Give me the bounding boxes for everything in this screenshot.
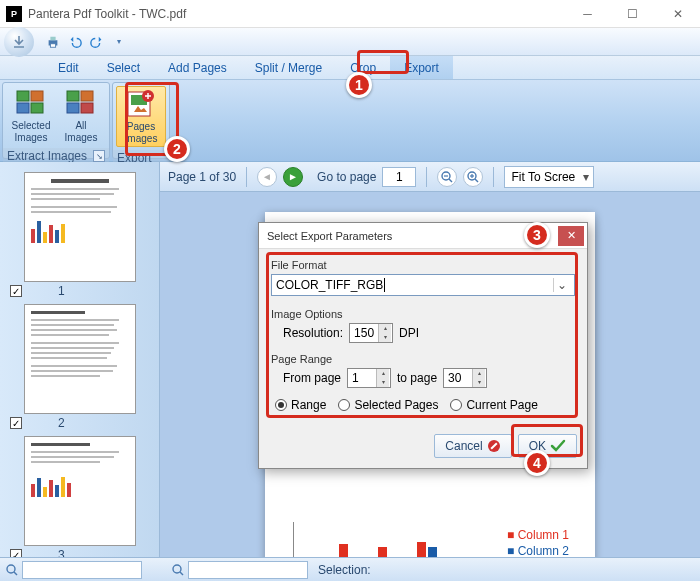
zoom-out-button[interactable]: [437, 167, 457, 187]
search-icon: [6, 564, 18, 576]
qat-dropdown[interactable]: ▾: [109, 32, 129, 52]
dialog-title: Select Export Parameters: [267, 230, 558, 242]
thumbnail-number: 1: [58, 284, 65, 298]
prev-page-button[interactable]: ◄: [257, 167, 277, 187]
pages-images-label: Pages Images: [125, 121, 158, 144]
thumbnail-search-input[interactable]: [22, 561, 142, 579]
thumbnail-pane[interactable]: ✓ 1 ✓ 2 ✓ 3: [0, 162, 160, 557]
cancel-button[interactable]: Cancel: [434, 434, 511, 458]
print-button[interactable]: [43, 32, 63, 52]
app-menu-button[interactable]: [4, 27, 34, 57]
svg-rect-3: [17, 91, 29, 101]
pages-images-icon: [125, 89, 157, 119]
redo-button[interactable]: [87, 32, 107, 52]
cancel-icon: [487, 439, 501, 453]
thumbnail-checkbox[interactable]: ✓: [10, 285, 22, 297]
thumbnail-2[interactable]: ✓ 2: [6, 304, 144, 430]
radio-icon: [338, 399, 350, 411]
pages-images-button[interactable]: Pages Images: [116, 86, 166, 147]
annotation-1: 1: [346, 72, 372, 98]
goto-page-input[interactable]: [382, 167, 416, 187]
tab-select[interactable]: Select: [93, 56, 154, 79]
svg-rect-8: [81, 91, 93, 101]
group-extract-images-label: Extract Images: [7, 149, 87, 163]
status-bar: Selection:: [0, 557, 700, 581]
from-page-label: From page: [283, 371, 341, 385]
redo-icon: [90, 35, 104, 49]
file-format-combo[interactable]: COLOR_TIFF_RGB: [271, 274, 575, 296]
page-chart: Column 1 Column 2 Column 3: [293, 522, 567, 557]
svg-point-23: [173, 565, 181, 573]
minimize-button[interactable]: ─: [565, 0, 610, 28]
download-arrow-icon: [11, 34, 27, 50]
undo-icon: [68, 35, 82, 49]
selected-images-label: Selected Images: [12, 120, 51, 143]
goto-label: Go to page: [317, 170, 376, 184]
ribbon-group-export: Pages Images Export: [112, 82, 170, 159]
maximize-button[interactable]: ☐: [610, 0, 655, 28]
svg-rect-1: [50, 36, 55, 40]
thumbnail-3[interactable]: ✓ 3: [6, 436, 144, 557]
to-page-spinner[interactable]: 30: [443, 368, 487, 388]
all-images-label: All Images: [65, 120, 98, 143]
annotation-4: 4: [524, 450, 550, 476]
selected-images-icon: [15, 88, 47, 118]
thumbnail-number: 3: [58, 548, 65, 557]
thumbnail-image: [24, 172, 136, 282]
page-indicator: Page 1 of 30: [168, 170, 236, 184]
tab-add-pages[interactable]: Add Pages: [154, 56, 241, 79]
radio-selected-pages[interactable]: Selected Pages: [338, 398, 438, 412]
all-images-button[interactable]: All Images: [56, 86, 106, 145]
resolution-label: Resolution:: [283, 326, 343, 340]
search-icon: [172, 564, 184, 576]
all-images-icon: [65, 88, 97, 118]
svg-point-21: [7, 565, 15, 573]
thumbnail-checkbox[interactable]: ✓: [10, 417, 22, 429]
ok-check-icon: [550, 439, 566, 453]
svg-line-15: [449, 179, 452, 182]
radio-current-page[interactable]: Current Page: [450, 398, 537, 412]
svg-rect-5: [17, 103, 29, 113]
radio-icon: [450, 399, 462, 411]
file-format-value: COLOR_TIFF_RGB: [276, 278, 383, 292]
tab-edit[interactable]: Edit: [44, 56, 93, 79]
svg-line-22: [14, 572, 17, 575]
chart-legend: Column 1 Column 2 Column 3: [507, 528, 569, 557]
thumbnail-image: [24, 436, 136, 546]
to-page-label: to page: [397, 371, 437, 385]
from-page-spinner[interactable]: 1: [347, 368, 391, 388]
close-button[interactable]: ✕: [655, 0, 700, 28]
page-search-input[interactable]: [188, 561, 308, 579]
svg-rect-4: [31, 91, 43, 101]
svg-rect-2: [50, 43, 55, 47]
resolution-value: 150: [354, 326, 374, 340]
selection-label: Selection:: [318, 563, 371, 577]
thumbnail-checkbox[interactable]: ✓: [10, 549, 22, 557]
thumbnail-number: 2: [58, 416, 65, 430]
svg-rect-7: [67, 91, 79, 101]
cancel-label: Cancel: [445, 439, 482, 453]
radio-icon: [275, 399, 287, 411]
thumbnail-image: [24, 304, 136, 414]
thumbnail-1[interactable]: ✓ 1: [6, 172, 144, 298]
titlebar: P Pantera Pdf Toolkit - TWC.pdf ─ ☐ ✕: [0, 0, 700, 28]
zoom-in-icon: [467, 171, 479, 183]
fit-mode-select[interactable]: Fit To Scree: [504, 166, 594, 188]
next-page-button[interactable]: ►: [283, 167, 303, 187]
dpi-label: DPI: [399, 326, 419, 340]
svg-line-24: [180, 572, 183, 575]
image-options-label: Image Options: [271, 308, 575, 320]
window-title: Pantera Pdf Toolkit - TWC.pdf: [28, 7, 565, 21]
selected-images-button[interactable]: Selected Images: [6, 86, 56, 145]
svg-line-18: [475, 179, 478, 182]
group-extract-expand[interactable]: ↘: [93, 150, 105, 162]
undo-button[interactable]: [65, 32, 85, 52]
resolution-spinner[interactable]: 150: [349, 323, 393, 343]
dialog-close-button[interactable]: ✕: [558, 226, 584, 246]
radio-range[interactable]: Range: [275, 398, 326, 412]
zoom-in-button[interactable]: [463, 167, 483, 187]
tab-export[interactable]: Export: [390, 56, 453, 79]
from-page-value: 1: [352, 371, 359, 385]
ribbon-group-extract-images: Selected Images All Images Extract Image…: [2, 82, 110, 159]
tab-split-merge[interactable]: Split / Merge: [241, 56, 336, 79]
